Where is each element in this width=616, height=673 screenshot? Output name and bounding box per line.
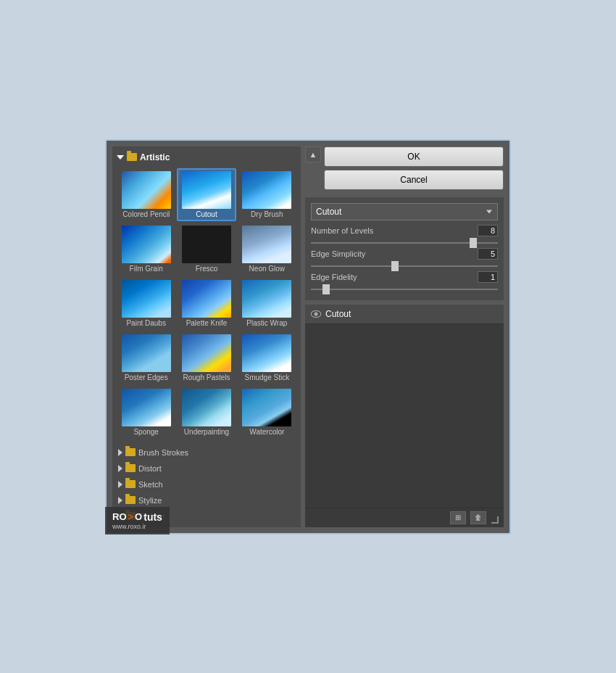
- thumb-rough-pastels[interactable]: Rough Pastels: [177, 331, 236, 384]
- category-expand-icon: [118, 449, 122, 456]
- slider-label-edge-fidelity: Edge Fidelity: [311, 273, 357, 281]
- category-item-brush-strokes[interactable]: Brush Strokes: [115, 445, 298, 461]
- eye-visibility-icon[interactable]: [311, 310, 321, 318]
- thumb-label-colored-pencil: Colored Pencil: [122, 210, 170, 218]
- watermark-url: www.roxo.ir: [112, 523, 162, 530]
- thumb-img-underpainting: [182, 389, 231, 426]
- thumb-label-cutout: Cutout: [196, 210, 217, 218]
- artistic-thumbnails-grid: Colored PencilCutoutDry BrushFilm GrainF…: [115, 165, 298, 442]
- slider-value-number-of-levels[interactable]: [478, 225, 498, 236]
- slider-thumb-edge-fidelity[interactable]: [322, 284, 330, 294]
- thumb-fresco[interactable]: Fresco: [177, 223, 236, 276]
- category-expand-icon: [118, 497, 122, 504]
- brand-text: RO: [112, 511, 127, 522]
- thumb-img-plastic-wrap: [242, 280, 291, 318]
- thumb-img-cutout: [182, 171, 231, 209]
- thumb-img-dry-brush: [242, 171, 291, 209]
- thumb-label-watercolor: Watercolor: [249, 428, 284, 436]
- category-folder-icon: [125, 464, 136, 472]
- thumb-palette-knife[interactable]: Palette Knife: [177, 277, 236, 330]
- category-item-stylize[interactable]: Stylize: [115, 492, 298, 508]
- thumb-label-neon-glow: Neon Glow: [249, 265, 285, 273]
- thumb-neon-glow[interactable]: Neon Glow: [238, 223, 296, 276]
- layers-footer: ⊞ 🗑: [305, 508, 504, 527]
- slider-track-edge-simplicity: [311, 261, 498, 271]
- category-label-brush-strokes: Brush Strokes: [138, 448, 188, 457]
- slider-row-edge-simplicity: Edge Simplicity: [311, 248, 498, 271]
- thumb-sponge[interactable]: Sponge: [117, 386, 175, 439]
- layers-panel: Cutout ⊞ 🗑: [305, 305, 504, 527]
- thumb-paint-daubs[interactable]: Paint Daubs: [117, 277, 175, 330]
- thumb-label-rough-pastels: Rough Pastels: [183, 373, 230, 381]
- thumb-watercolor[interactable]: Watercolor: [238, 386, 296, 439]
- controls-panel: ▲ OK Cancel Cutout: [305, 146, 504, 527]
- thumb-film-grain[interactable]: Film Grain: [117, 223, 175, 276]
- thumb-img-paint-daubs: [122, 280, 171, 318]
- layers-content-area: [305, 324, 504, 508]
- layers-header: Cutout: [305, 305, 504, 324]
- artistic-category-header[interactable]: Artistic: [115, 149, 298, 165]
- thumb-label-underpainting: Underpainting: [184, 428, 229, 436]
- filter-gallery-dialog: Artistic Colored PencilCutoutDry BrushFi…: [105, 139, 511, 534]
- thumb-colored-pencil[interactable]: Colored Pencil: [117, 168, 175, 221]
- slider-thumb-number-of-levels[interactable]: [470, 238, 477, 248]
- slider-label-row-edge-simplicity: Edge Simplicity: [311, 248, 498, 260]
- thumb-img-rough-pastels: [182, 334, 231, 372]
- thumb-label-plastic-wrap: Plastic Wrap: [246, 319, 287, 327]
- artistic-label: Artistic: [140, 152, 170, 162]
- watermark: RO > O tuts www.roxo.ir: [105, 507, 170, 534]
- slider-value-edge-fidelity[interactable]: [478, 271, 498, 283]
- category-folder-icon: [125, 448, 136, 456]
- slider-track-edge-fidelity: [311, 284, 498, 294]
- slider-row-edge-fidelity: Edge Fidelity: [311, 271, 498, 294]
- slider-label-row-edge-fidelity: Edge Fidelity: [311, 271, 498, 283]
- category-item-distort[interactable]: Distort: [115, 461, 298, 476]
- thumb-img-sponge: [122, 389, 171, 426]
- delete-layer-button[interactable]: 🗑: [470, 511, 486, 524]
- collapse-panel-button[interactable]: ▲: [305, 146, 321, 162]
- brand-text-2: O: [135, 511, 142, 522]
- slider-thumb-edge-simplicity[interactable]: [391, 261, 399, 271]
- slider-label-number-of-levels: Number of Levels: [311, 226, 373, 235]
- category-expand-icon: [118, 481, 122, 488]
- thumb-underpainting[interactable]: Underpainting: [177, 386, 236, 439]
- thumb-label-paint-daubs: Paint Daubs: [126, 319, 165, 327]
- ok-button[interactable]: OK: [324, 146, 504, 167]
- top-right-area: ▲ OK Cancel: [305, 146, 504, 190]
- category-label-stylize: Stylize: [138, 496, 162, 505]
- thumb-cutout[interactable]: Cutout: [177, 168, 236, 221]
- folder-icon: [127, 153, 137, 161]
- resize-handle[interactable]: [491, 516, 499, 524]
- slider-row-number-of-levels: Number of Levels: [311, 225, 498, 248]
- category-item-sketch[interactable]: Sketch: [115, 476, 298, 492]
- thumb-smudge-stick[interactable]: Smudge Stick: [238, 331, 296, 384]
- action-buttons: OK Cancel: [324, 146, 504, 190]
- category-folder-icon: [125, 480, 136, 488]
- category-folder-icon: [125, 496, 136, 504]
- thumb-plastic-wrap[interactable]: Plastic Wrap: [238, 277, 296, 330]
- tuts-text: tuts: [143, 511, 162, 523]
- slider-line-edge-simplicity: [311, 265, 498, 267]
- thumb-img-neon-glow: [242, 226, 291, 263]
- new-layer-button[interactable]: ⊞: [450, 511, 466, 524]
- thumb-label-dry-brush: Dry Brush: [251, 210, 283, 218]
- filter-controls: Cutout Number of LevelsEdge SimplicityEd…: [305, 197, 504, 300]
- thumb-img-smudge-stick: [242, 334, 291, 372]
- thumb-label-palette-knife: Palette Knife: [186, 319, 228, 327]
- slider-value-edge-simplicity[interactable]: [478, 248, 498, 260]
- slider-label-edge-simplicity: Edge Simplicity: [311, 249, 365, 258]
- thumb-img-film-grain: [122, 226, 171, 263]
- sliders-container: Number of LevelsEdge SimplicityEdge Fide…: [311, 225, 498, 294]
- thumb-poster-edges[interactable]: Poster Edges: [117, 331, 175, 384]
- collapse-triangle-icon: [117, 155, 124, 160]
- category-label-distort: Distort: [138, 464, 162, 473]
- thumb-dry-brush[interactable]: Dry Brush: [238, 168, 296, 221]
- filter-select[interactable]: Cutout: [311, 203, 498, 220]
- thumb-img-watercolor: [242, 389, 291, 426]
- thumb-label-poster-edges: Poster Edges: [125, 373, 168, 381]
- cancel-button[interactable]: Cancel: [324, 170, 504, 190]
- filter-list-panel: Artistic Colored PencilCutoutDry BrushFi…: [112, 146, 301, 527]
- thumb-label-smudge-stick: Smudge Stick: [244, 373, 289, 381]
- thumb-label-sponge: Sponge: [133, 428, 158, 436]
- thumb-img-colored-pencil: [122, 171, 171, 209]
